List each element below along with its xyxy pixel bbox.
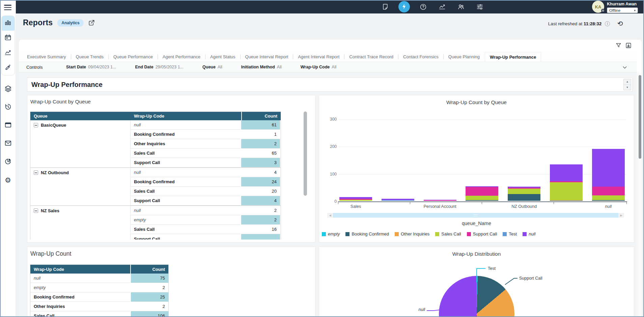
table-row[interactable]: Booking Confirmed24 (131, 177, 281, 187)
bar-segment-support-call[interactable] (592, 187, 625, 195)
stacked-bar[interactable] (382, 199, 414, 201)
table-row[interactable]: null4 (131, 168, 281, 177)
external-link-icon[interactable] (88, 20, 95, 26)
legend-item-booking-confirmed[interactable]: Booking Confirmed (345, 231, 389, 236)
bar-segment-null[interactable] (550, 164, 583, 181)
table-row[interactable]: Sales Call20 (131, 187, 281, 196)
sidebar-item-mail[interactable] (0, 135, 16, 153)
bar-segment-null[interactable] (592, 149, 625, 187)
column-header-queue[interactable]: Queue (30, 114, 131, 119)
stacked-bar[interactable] (550, 164, 583, 201)
tab-queue-planning[interactable]: Queue Planning (444, 52, 484, 62)
status-dropdown[interactable]: Offline ▾ (607, 7, 638, 13)
bar-segment-booking-confirmed[interactable] (508, 194, 540, 201)
tab-contact-forensics[interactable]: Contact Forensics (398, 52, 443, 62)
table-row[interactable]: null75 (30, 274, 168, 283)
spinner-up-icon[interactable]: ▲ (624, 79, 631, 85)
bar-segment-booking-confirmed[interactable] (550, 200, 583, 201)
bar-segment-sales-call[interactable] (550, 182, 583, 200)
hamburger-menu-icon[interactable] (4, 5, 11, 10)
stacked-bar[interactable] (339, 197, 372, 201)
bar-segment-booking-confirmed[interactable] (466, 200, 498, 201)
tab-agent-interval-report[interactable]: Agent Interval Report (293, 52, 344, 62)
notes-icon[interactable] (380, 1, 391, 12)
table-row[interactable]: null61 (131, 120, 281, 130)
tab-queue-performance[interactable]: Queue Performance (109, 52, 158, 62)
control-chip-queue[interactable]: QueueAll (202, 65, 222, 69)
table-row[interactable]: empty2 (131, 215, 281, 225)
table-row[interactable]: null2 (131, 206, 281, 215)
legend-item-sales-call[interactable]: Sales Call (435, 231, 461, 236)
table-row[interactable]: Booking Confirmed25 (30, 292, 168, 302)
column-header-count[interactable]: Count (131, 265, 168, 274)
export-icon[interactable] (625, 42, 632, 50)
scroll-left-icon[interactable]: ◀ (327, 213, 333, 218)
tab-agent-performance[interactable]: Agent Performance (158, 52, 205, 62)
stacked-bar[interactable] (508, 187, 540, 201)
scroll-right-icon[interactable]: ▶ (618, 213, 624, 218)
controls-collapse-chevron-icon[interactable] (622, 65, 627, 71)
sidebar-item-insights[interactable] (0, 153, 16, 171)
channel-settings-icon[interactable] (474, 1, 485, 12)
column-header-count[interactable]: Count (242, 112, 281, 120)
lightning-icon[interactable] (398, 1, 410, 12)
table-row[interactable]: Sales Call106 (30, 311, 168, 317)
contacts-icon[interactable] (455, 1, 467, 12)
tab-executive-summary[interactable]: Executive Summary (22, 52, 71, 62)
tab-wrap-up-performance[interactable]: Wrap-Up Performance (485, 52, 541, 62)
control-chip-end-date[interactable]: End Date29/05/2023 1... (135, 65, 184, 69)
refresh-icon[interactable]: ⟳ (617, 20, 623, 27)
collapse-icon[interactable] (34, 209, 38, 213)
legend-item-other-inquiries[interactable]: Other Inquiries (395, 231, 429, 236)
column-header-wrapup-code[interactable]: Wrap-Up Code (30, 265, 130, 274)
sidebar-item-analytics[interactable] (2, 45, 15, 60)
legend-item-null[interactable]: null (523, 231, 535, 236)
control-chip-initiation-method[interactable]: Initiation MethodAll (241, 65, 282, 69)
bar-segment-sales-call[interactable] (508, 189, 540, 194)
sidebar-item-settings[interactable]: ⚙ (0, 171, 16, 189)
legend-item-support-call[interactable]: Support Call (467, 231, 497, 236)
bar-segment-booking-confirmed[interactable] (592, 200, 625, 201)
control-chip-start-date[interactable]: Start Date09/04/2023 1... (66, 65, 116, 69)
sidebar-item-history[interactable] (0, 98, 16, 117)
column-header-wrapup-code[interactable]: Wrap-Up Code (131, 114, 164, 119)
page-scrollbar[interactable] (638, 72, 642, 317)
table-scrollbar[interactable] (304, 112, 307, 196)
sidebar-item-design[interactable] (2, 60, 15, 75)
collapse-icon[interactable] (34, 123, 38, 127)
help-icon[interactable] (417, 1, 429, 12)
table-row[interactable]: Sales Call65 (131, 149, 281, 158)
tab-agent-status[interactable]: Agent Status (205, 52, 240, 62)
legend-item-test[interactable]: Test (503, 231, 517, 236)
table-row[interactable]: empty2 (30, 283, 168, 292)
collapse-icon[interactable] (34, 170, 38, 175)
metrics-icon[interactable] (436, 1, 448, 12)
table-row[interactable]: Other Inquiries2 (131, 139, 281, 149)
sidebar-item-workspace[interactable] (0, 117, 16, 135)
table-row[interactable]: Booking Confirmed1 (131, 130, 281, 139)
spinner-down-icon[interactable]: ▼ (624, 85, 631, 90)
bar-segment-support-call[interactable] (466, 187, 498, 196)
stacked-bar[interactable] (424, 200, 456, 201)
table-row[interactable]: Support Call (131, 234, 281, 240)
bar-segment-sales-call[interactable] (466, 196, 498, 200)
tab-queue-interval-report[interactable]: Queue Interval Report (241, 52, 293, 62)
legend-item-empty[interactable]: empty (322, 231, 340, 236)
bar-segment-support-call[interactable] (424, 200, 456, 201)
stacked-bar[interactable] (466, 186, 498, 201)
table-row[interactable]: Support Call3 (131, 158, 281, 167)
control-chip-wrap-up-code[interactable]: Wrap-Up CodeAll (301, 65, 336, 69)
info-icon[interactable]: i (605, 21, 610, 26)
sidebar-item-flows[interactable] (0, 80, 16, 98)
tab-contract-trace-record[interactable]: Contract Trace Record (344, 52, 398, 62)
filter-icon[interactable] (616, 42, 621, 50)
bar-segment-sales-call[interactable] (339, 200, 372, 201)
bar-segment-test[interactable] (382, 200, 414, 201)
sidebar-item-schedule[interactable] (2, 31, 15, 45)
pie-chart[interactable] (439, 276, 514, 317)
sidebar-item-reports[interactable] (2, 16, 15, 31)
table-row[interactable]: Sales Call16 (131, 225, 281, 234)
scroll-track[interactable] (333, 213, 618, 218)
stacked-bar[interactable] (592, 149, 625, 201)
bar-segment-sales-call[interactable] (592, 195, 625, 200)
